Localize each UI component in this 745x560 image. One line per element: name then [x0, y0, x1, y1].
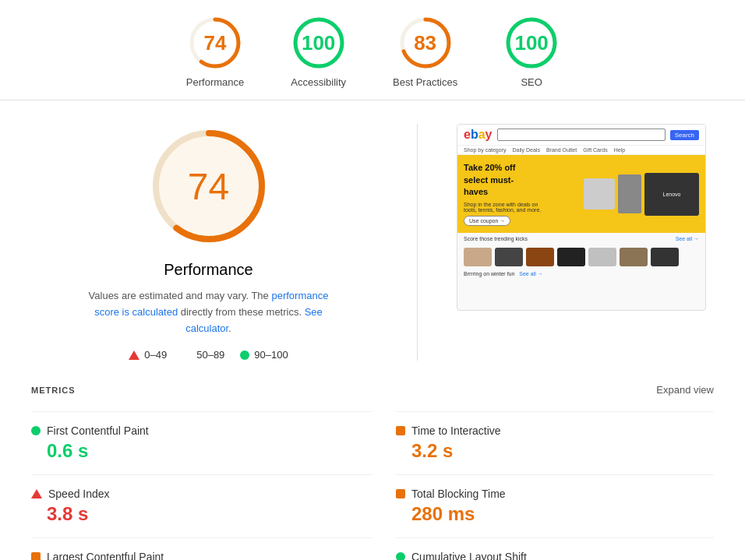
medium-icon	[182, 350, 192, 360]
ebay-winter-row: Brrrring on winter fun See all →	[457, 269, 705, 278]
perf-description: Values are estimated and may vary. The p…	[84, 288, 334, 336]
score-circle-accessibility: 100	[291, 16, 346, 70]
performance-score-value: 74	[204, 31, 227, 55]
shoe-4	[557, 248, 585, 266]
website-screenshot: ebay Search Shop by category Daily Deals…	[457, 124, 706, 311]
tbt-name: Total Blocking Time	[411, 488, 506, 500]
winter-title: Brrrring on winter fun	[464, 271, 514, 276]
metrics-grid: First Contentful Paint 0.6 s Speed Index…	[31, 411, 714, 560]
score-item-seo[interactable]: 100 SEO	[504, 16, 559, 88]
shoe-5	[588, 248, 616, 266]
shoe-7	[651, 248, 679, 266]
metrics-title: METRICS	[31, 386, 76, 395]
big-score-value: 74	[147, 124, 271, 248]
desc-middle: directly from these metrics.	[178, 306, 305, 318]
ebay-logo: ebay	[464, 128, 493, 142]
lcp-icon	[31, 552, 41, 560]
best-practices-label: Best Practices	[393, 76, 457, 88]
ebay-bottle-img	[618, 174, 641, 213]
metric-cls-header: Cumulative Layout Shift	[396, 551, 714, 560]
si-value: 3.8 s	[47, 503, 372, 525]
legend-fail: 0–49	[129, 349, 167, 361]
fcp-name: First Contentful Paint	[47, 424, 149, 437]
desc-prefix: Values are estimated and may vary. The	[89, 290, 272, 301]
seo-label: SEO	[521, 76, 542, 88]
perf-title: Performance	[164, 261, 253, 279]
performance-label: Performance	[186, 76, 244, 88]
ebay-shoe-img	[584, 178, 615, 210]
shoe-3	[526, 248, 554, 266]
ebay-search-button: Search	[670, 130, 699, 140]
medium-range: 50–89	[196, 349, 224, 361]
ebay-coupon-btn: Use coupon →	[464, 216, 510, 226]
ebay-banner: Take 20% offselect must-haves Shop in th…	[457, 155, 705, 233]
legend-pass: 90–100	[240, 349, 288, 361]
metric-lcp-header: Largest Contentful Paint	[31, 551, 372, 560]
right-metrics: Time to Interactive 3.2 s Total Blocking…	[372, 411, 714, 560]
metric-tbt: Total Blocking Time 280 ms	[396, 474, 714, 537]
tbt-value: 280 ms	[411, 503, 714, 525]
legend-medium: 50–89	[182, 349, 224, 361]
lcp-name: Largest Contentful Paint	[47, 551, 164, 560]
metric-si-header: Speed Index	[31, 488, 372, 500]
pass-icon	[240, 350, 249, 360]
left-panel: 74 Performance Values are estimated and …	[31, 124, 386, 361]
expand-view-button[interactable]: Expand view	[656, 384, 714, 396]
si-icon	[31, 489, 42, 498]
metric-lcp: Largest Contentful Paint 1.4 s	[31, 537, 372, 560]
shoe-1	[464, 248, 492, 266]
score-circle-seo: 100	[504, 16, 559, 70]
metric-cls: Cumulative Layout Shift 0.01	[396, 537, 714, 560]
ebay-banner-images: Lenovo	[584, 173, 699, 216]
tbt-icon	[396, 489, 405, 498]
fcp-value: 0.6 s	[47, 440, 372, 462]
see-all-link: See all →	[676, 236, 699, 241]
score-circle-performance: 74	[188, 16, 242, 70]
tti-name: Time to Interactive	[411, 424, 501, 437]
metrics-header: METRICS Expand view	[31, 384, 714, 396]
ebay-laptop-img: Lenovo	[644, 173, 699, 216]
legend: 0–49 50–89 90–100	[129, 349, 288, 361]
desc-suffix: .	[228, 322, 231, 334]
score-circle-best-practices: 83	[398, 16, 453, 70]
metric-tbt-header: Total Blocking Time	[396, 488, 714, 500]
ebay-banner-subtitle: Shop in the zone with deals ontools, ten…	[464, 202, 577, 213]
ebay-banner-content: Take 20% offselect must-haves Shop in th…	[464, 162, 577, 225]
tti-icon	[396, 426, 405, 435]
score-item-performance[interactable]: 74 Performance	[186, 16, 244, 88]
ebay-shoes-row	[457, 245, 705, 269]
cls-icon	[396, 552, 405, 560]
shoe-6	[620, 248, 648, 266]
left-metrics: First Contentful Paint 0.6 s Speed Index…	[31, 411, 372, 560]
metric-tti-header: Time to Interactive	[396, 424, 714, 437]
shoe-2	[495, 248, 523, 266]
tti-value: 3.2 s	[411, 440, 714, 462]
accessibility-label: Accessibility	[291, 76, 346, 88]
fcp-icon	[31, 426, 41, 435]
metrics-section: METRICS Expand view First Contentful Pai…	[0, 384, 745, 560]
ebay-header: ebay Search	[457, 125, 705, 146]
metric-fcp: First Contentful Paint 0.6 s	[31, 411, 372, 474]
seo-score-value: 100	[514, 31, 548, 55]
ebay-nav: Shop by category Daily Deals Brand Outle…	[457, 146, 705, 155]
score-item-accessibility[interactable]: 100 Accessibility	[291, 16, 346, 88]
ebay-banner-title: Take 20% offselect must-haves	[464, 162, 577, 198]
accessibility-score-value: 100	[302, 31, 335, 55]
metric-tti: Time to Interactive 3.2 s	[396, 411, 714, 474]
metric-si: Speed Index 3.8 s	[31, 474, 372, 537]
winter-see-all: See all →	[519, 271, 542, 276]
right-panel: ebay Search Shop by category Daily Deals…	[449, 124, 714, 361]
score-item-best-practices[interactable]: 83 Best Practices	[393, 16, 457, 88]
pass-range: 90–100	[254, 349, 288, 361]
ebay-search-bar	[497, 129, 666, 141]
score-bar: 74 Performance 100 Accessibility 83 Best…	[0, 0, 745, 100]
ebay-trending-header: Score those trending kicks See all →	[457, 233, 705, 245]
ebay-mockup: ebay Search Shop by category Daily Deals…	[457, 125, 705, 310]
best-practices-score-value: 83	[414, 31, 436, 55]
fail-range: 0–49	[144, 349, 167, 361]
fail-icon	[129, 350, 139, 360]
center-divider	[417, 124, 418, 361]
big-score-circle: 74	[147, 124, 271, 248]
cls-name: Cumulative Layout Shift	[411, 551, 527, 560]
main-content: 74 Performance Values are estimated and …	[0, 100, 745, 384]
